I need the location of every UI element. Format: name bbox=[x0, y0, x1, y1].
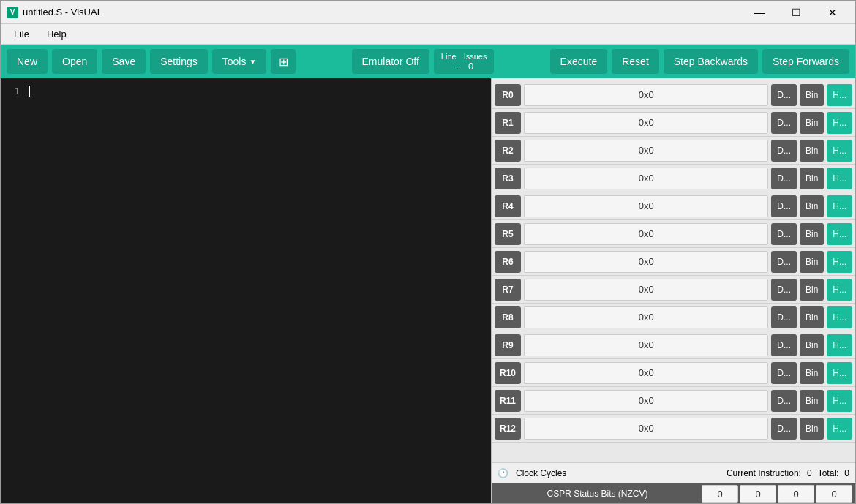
cspr-bit-z: 0 bbox=[740, 485, 776, 503]
reg-bin-btn-R8[interactable]: Bin bbox=[800, 306, 824, 328]
reg-label-R11: R11 bbox=[495, 390, 521, 412]
register-row: R12 0x0 D... Bin H... bbox=[492, 415, 855, 443]
cspr-label: CSPR Status Bits (NZCV) bbox=[495, 489, 700, 499]
register-row: R3 0x0 D... Bin H... bbox=[492, 165, 855, 192]
reg-bin-btn-R9[interactable]: Bin bbox=[800, 334, 824, 356]
reg-h-btn-R5[interactable]: H... bbox=[827, 223, 852, 245]
title-bar-left: V untitled.S - VisUAL bbox=[7, 7, 102, 18]
reg-bin-btn-R11[interactable]: Bin bbox=[800, 390, 824, 412]
reg-value-R3: 0x0 bbox=[524, 168, 768, 189]
settings-button[interactable]: Settings bbox=[150, 49, 208, 74]
line-label: Line bbox=[441, 52, 457, 61]
reg-bin-btn-R3[interactable]: Bin bbox=[800, 168, 824, 189]
reg-h-btn-R12[interactable]: H... bbox=[827, 418, 852, 440]
editor-content[interactable] bbox=[26, 78, 491, 504]
reg-bin-btn-R5[interactable]: Bin bbox=[800, 223, 824, 245]
status-bar: 🕐 Clock Cycles Current Instruction: 0 To… bbox=[492, 462, 855, 483]
reg-d-btn-R5[interactable]: D... bbox=[771, 223, 797, 245]
reg-bin-btn-R2[interactable]: Bin bbox=[800, 140, 824, 162]
reg-h-btn-R10[interactable]: H... bbox=[827, 362, 852, 384]
reg-h-btn-R0[interactable]: H... bbox=[827, 84, 852, 106]
main-content: 1 R0 0x0 D... Bin H... R1 0x0 D... Bin H… bbox=[1, 78, 855, 504]
reg-d-btn-R12[interactable]: D... bbox=[771, 418, 797, 440]
monitor-button[interactable]: ⊞ bbox=[271, 49, 296, 74]
reg-h-btn-R9[interactable]: H... bbox=[827, 334, 852, 356]
reg-d-btn-R0[interactable]: D... bbox=[771, 84, 797, 106]
reg-value-R5: 0x0 bbox=[524, 223, 768, 245]
register-row: R8 0x0 D... Bin H... bbox=[492, 304, 855, 331]
reg-label-R3: R3 bbox=[495, 168, 521, 189]
reg-d-btn-R4[interactable]: D... bbox=[771, 195, 797, 217]
minimize-button[interactable]: — bbox=[743, 3, 776, 22]
register-row: R11 0x0 D... Bin H... bbox=[492, 387, 855, 415]
reg-d-btn-R3[interactable]: D... bbox=[771, 168, 797, 189]
reg-h-btn-R6[interactable]: H... bbox=[827, 251, 852, 273]
reg-d-btn-R2[interactable]: D... bbox=[771, 140, 797, 162]
reg-label-R6: R6 bbox=[495, 251, 521, 273]
reg-bin-btn-R12[interactable]: Bin bbox=[800, 418, 824, 440]
issues-label: Issues bbox=[464, 52, 487, 61]
cspr-bit-v: 0 bbox=[816, 485, 852, 503]
line-numbers: 1 bbox=[1, 78, 23, 99]
cspr-bit-n: 0 bbox=[702, 485, 738, 503]
reg-bin-btn-R1[interactable]: Bin bbox=[800, 112, 824, 134]
reg-d-btn-R9[interactable]: D... bbox=[771, 334, 797, 356]
tools-button[interactable]: Tools ▼ bbox=[212, 49, 267, 74]
reg-h-btn-R11[interactable]: H... bbox=[827, 390, 852, 412]
register-row: R2 0x0 D... Bin H... bbox=[492, 137, 855, 165]
step-backwards-button[interactable]: Step Backwards bbox=[664, 49, 758, 74]
open-button[interactable]: Open bbox=[52, 49, 97, 74]
menu-file[interactable]: File bbox=[7, 27, 37, 41]
line-value: -- bbox=[454, 61, 461, 72]
reg-label-R10: R10 bbox=[495, 362, 521, 384]
save-button[interactable]: Save bbox=[102, 49, 146, 74]
title-bar: V untitled.S - VisUAL — ☐ ✕ bbox=[1, 1, 855, 24]
current-instruction-value: 0 bbox=[807, 468, 812, 478]
register-row: R4 0x0 D... Bin H... bbox=[492, 192, 855, 220]
reg-label-R2: R2 bbox=[495, 140, 521, 162]
reg-d-btn-R1[interactable]: D... bbox=[771, 112, 797, 134]
menu-help[interactable]: Help bbox=[40, 27, 74, 41]
toolbar: New Open Save Settings Tools ▼ ⊞ Emulato… bbox=[1, 45, 855, 78]
reg-value-R4: 0x0 bbox=[524, 195, 768, 217]
reg-h-btn-R2[interactable]: H... bbox=[827, 140, 852, 162]
monitor-icon: ⊞ bbox=[279, 55, 288, 69]
reg-label-R12: R12 bbox=[495, 418, 521, 440]
reg-bin-btn-R7[interactable]: Bin bbox=[800, 279, 824, 301]
reg-d-btn-R6[interactable]: D... bbox=[771, 251, 797, 273]
emulator-status: Emulator Off bbox=[352, 49, 429, 74]
execute-button[interactable]: Execute bbox=[550, 49, 608, 74]
reg-h-btn-R8[interactable]: H... bbox=[827, 306, 852, 328]
tools-arrow-icon: ▼ bbox=[249, 58, 256, 66]
step-forwards-button[interactable]: Step Forwards bbox=[762, 49, 849, 74]
register-panel: R0 0x0 D... Bin H... R1 0x0 D... Bin H..… bbox=[491, 78, 855, 504]
reg-h-btn-R4[interactable]: H... bbox=[827, 195, 852, 217]
reset-button[interactable]: Reset bbox=[612, 49, 659, 74]
reg-d-btn-R11[interactable]: D... bbox=[771, 390, 797, 412]
reg-h-btn-R1[interactable]: H... bbox=[827, 112, 852, 134]
reg-d-btn-R10[interactable]: D... bbox=[771, 362, 797, 384]
register-list: R0 0x0 D... Bin H... R1 0x0 D... Bin H..… bbox=[492, 78, 855, 462]
reg-h-btn-R3[interactable]: H... bbox=[827, 168, 852, 189]
reg-bin-btn-R4[interactable]: Bin bbox=[800, 195, 824, 217]
register-row: R9 0x0 D... Bin H... bbox=[492, 331, 855, 359]
reg-label-R0: R0 bbox=[495, 84, 521, 106]
reg-bin-btn-R10[interactable]: Bin bbox=[800, 362, 824, 384]
reg-h-btn-R7[interactable]: H... bbox=[827, 279, 852, 301]
line-issues-display: Line Issues -- 0 bbox=[434, 49, 495, 74]
register-row: R10 0x0 D... Bin H... bbox=[492, 359, 855, 387]
reg-value-R10: 0x0 bbox=[524, 362, 768, 384]
reg-d-btn-R8[interactable]: D... bbox=[771, 306, 797, 328]
new-button[interactable]: New bbox=[7, 49, 48, 74]
reg-value-R9: 0x0 bbox=[524, 334, 768, 356]
reg-bin-btn-R0[interactable]: Bin bbox=[800, 84, 824, 106]
reg-label-R7: R7 bbox=[495, 279, 521, 301]
register-row: R7 0x0 D... Bin H... bbox=[492, 276, 855, 304]
editor-area[interactable]: 1 bbox=[1, 78, 491, 504]
reg-d-btn-R7[interactable]: D... bbox=[771, 279, 797, 301]
menu-bar: File Help bbox=[1, 24, 855, 45]
close-button[interactable]: ✕ bbox=[816, 3, 849, 22]
total-label: Total: bbox=[818, 468, 839, 478]
reg-bin-btn-R6[interactable]: Bin bbox=[800, 251, 824, 273]
maximize-button[interactable]: ☐ bbox=[779, 3, 813, 22]
